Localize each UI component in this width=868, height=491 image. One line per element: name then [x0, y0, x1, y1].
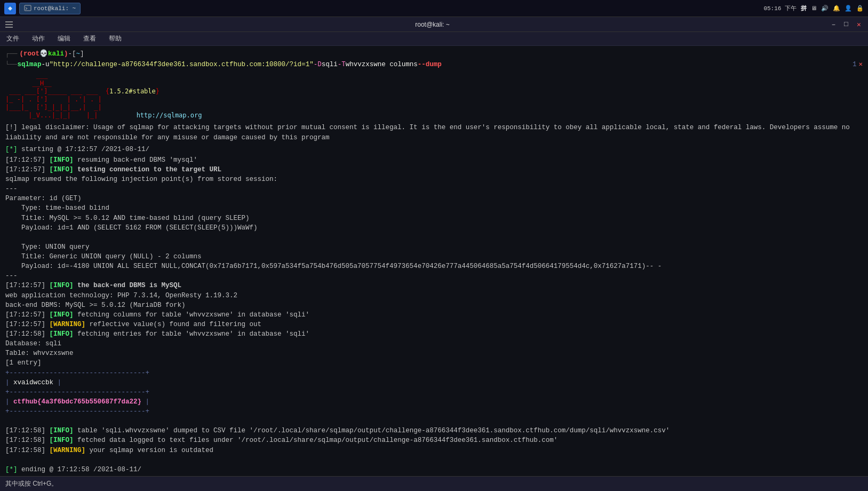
line-blank2 [5, 455, 863, 465]
terminal-app-label: root@kali: ~ [34, 5, 76, 12]
ending-line: [*] ending @ 17:12:58 /2021-08-11/ [5, 465, 863, 474]
command-input-line: └── sqlmap -u "http://challenge-a8766344… [5, 60, 863, 69]
kali-logo-icon[interactable] [4, 3, 16, 14]
menubar: 文件 动作 编辑 查看 帮助 [0, 32, 868, 46]
line-3: sqlmap resumed the following injection p… [5, 175, 863, 184]
output-lines: [17:12:57] [INFO] resuming back-end DBMS… [5, 155, 863, 474]
taskbar-top: root@kali: ~ 05:16 下午 拼 🖥 🔊 🔔 👤 🔒 [0, 0, 868, 17]
taskbar-right: 05:16 下午 拼 🖥 🔊 🔔 👤 🔒 [763, 4, 864, 12]
time-display: 05:16 下午 [763, 4, 797, 12]
line-15: web application technology: PHP 7.3.14, … [5, 291, 863, 300]
line-20: Database: sqli [5, 339, 863, 349]
tray-lock-icon[interactable]: 🔒 [856, 5, 864, 12]
line-blank [5, 416, 863, 426]
line-4: --- [5, 184, 863, 194]
sqlmap-logo: ___ __H__ ___ ___[']_____ ___ ___ {1.5.2… [5, 72, 863, 121]
taskbar-left: root@kali: ~ [4, 3, 81, 14]
command-line: ┌──(root💀kali)-[~] [5, 49, 863, 59]
taskbar-app-terminal[interactable]: root@kali: ~ [19, 3, 81, 14]
disclaimer-text: [!] legal disclaimer: Usage of sqlmap fo… [5, 123, 854, 142]
table-bot: +----------------------------------+ [5, 407, 863, 416]
line-17: [17:12:57] [INFO] fetching columns for t… [5, 310, 863, 320]
table-header: | xvaidwccbk | [5, 378, 863, 387]
tray-user-icon[interactable]: 👤 [845, 5, 852, 12]
tray-volume-icon[interactable]: 🔊 [821, 5, 829, 12]
svg-rect-4 [5, 27, 13, 28]
svg-rect-3 [5, 24, 13, 25]
terminal-body[interactable]: ┌──(root💀kali)-[~] └── sqlmap -u "http:/… [0, 46, 868, 476]
line-11: Title: Generic UNION query (NULL) - 2 co… [5, 252, 863, 262]
svg-rect-1 [25, 5, 31, 11]
menu-action[interactable]: 动作 [30, 33, 47, 44]
line-9 [5, 233, 863, 242]
line-6: Type: time-based blind [5, 203, 863, 213]
ime-indicator[interactable]: 拼 [801, 4, 807, 12]
table-data: | ctfhub{4a3f6bdc765b550687f7da22} | [5, 397, 863, 407]
window-controls: － □ ✕ [829, 20, 864, 29]
line-2: [17:12:57] [INFO] testing connection to … [5, 165, 863, 175]
window-menu-icon[interactable] [4, 20, 14, 29]
tray-screen-icon[interactable]: 🖥 [811, 5, 817, 12]
line-21: Table: whvvzxswne [5, 349, 863, 358]
menu-help[interactable]: 帮助 [107, 33, 124, 44]
window-titlebar: root@kali: ~ － □ ✕ [0, 17, 868, 32]
starting-line: [*] starting @ 17:12:57 /2021-08-11/ [5, 145, 863, 154]
tray-bell-icon[interactable]: 🔔 [833, 5, 840, 12]
line-25: [17:12:58] [WARNING] your sqlmap version… [5, 446, 863, 455]
statusbar: 其中或按 Ctrl+G。 [0, 476, 868, 491]
line-16: back-end DBMS: MySQL >= 5.0.12 (MariaDB … [5, 300, 863, 310]
line-22: [1 entry] [5, 358, 863, 368]
menu-file[interactable]: 文件 [4, 33, 21, 44]
line-12: Payload: id=-4180 UNION ALL SELECT NULL,… [5, 262, 863, 271]
line-10: Type: UNION query [5, 242, 863, 252]
line-23: [17:12:58] [INFO] table 'sqli.whvvzxswne… [5, 426, 863, 435]
window-minimize-button[interactable]: － [829, 20, 838, 29]
table-top: +----------------------------------+ [5, 368, 863, 378]
window-left-space [4, 20, 36, 29]
line-5: Parameter: id (GET) [5, 194, 863, 203]
line-13: --- [5, 271, 863, 281]
line-24: [17:12:58] [INFO] fetched data logged to… [5, 435, 863, 445]
line-14: [17:12:57] [INFO] the back-end DBMS is M… [5, 281, 863, 290]
svg-rect-2 [5, 21, 13, 22]
menu-edit[interactable]: 编辑 [55, 33, 73, 44]
window-close-button[interactable]: ✕ [854, 20, 864, 29]
line-8: Payload: id=1 AND (SELECT 5162 FROM (SEL… [5, 223, 863, 233]
line-1: [17:12:57] [INFO] resuming back-end DBMS… [5, 155, 863, 165]
window-maximize-button[interactable]: □ [841, 20, 851, 29]
menu-view[interactable]: 查看 [81, 33, 98, 44]
statusbar-text: 其中或按 Ctrl+G。 [5, 479, 58, 488]
line-19: [17:12:58] [INFO] fetching entries for t… [5, 329, 863, 339]
table-mid: +----------------------------------+ [5, 387, 863, 397]
window-title: root@kali: ~ [36, 21, 829, 28]
line-18: [17:12:57] [WARNING] reflective value(s)… [5, 320, 863, 329]
line-7: Title: MySQL >= 5.0.12 AND time-based bl… [5, 213, 863, 223]
